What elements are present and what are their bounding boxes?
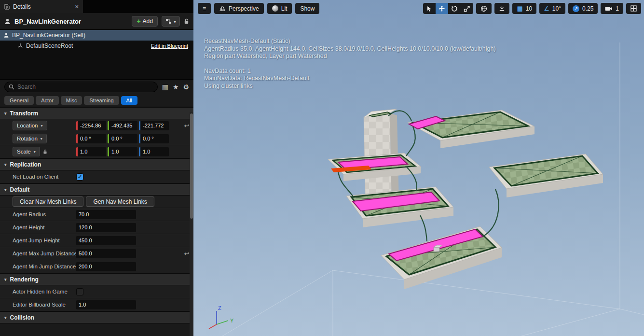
add-component-button[interactable]: + Add <box>132 16 158 27</box>
agent-jump-height-field[interactable]: 450.0 <box>76 236 136 245</box>
camera-speed-button[interactable]: 1 <box>601 3 623 14</box>
select-tool-button[interactable] <box>423 3 436 14</box>
rotation-x-field[interactable]: 0.0 ° <box>76 134 106 143</box>
search-input[interactable] <box>17 84 153 90</box>
grid-snap-button[interactable]: ▦ 10 <box>512 3 536 14</box>
details-header: BP_NavLinkGenerator + Add ▾ <box>0 13 193 30</box>
viewport-menu-button[interactable]: ≡ <box>198 3 211 14</box>
grid-view-icon[interactable]: ▦ <box>162 84 168 90</box>
filter-general[interactable]: General <box>4 96 34 105</box>
close-icon[interactable]: × <box>75 3 79 10</box>
reset-location-button[interactable]: ↩ <box>184 122 190 129</box>
component-options-button[interactable]: ▾ <box>162 16 180 27</box>
platform-middle[interactable] <box>346 187 453 227</box>
agent-min-jump-distance-row: Agent Min Jump Distance 200.0 <box>0 260 193 273</box>
section-replication[interactable]: ▾ Replication <box>0 158 193 170</box>
clear-nav-mesh-links-button[interactable]: Clear Nav Mesh Links <box>13 196 83 207</box>
search-icon <box>9 84 14 90</box>
angle-snap-value: 10° <box>552 5 561 12</box>
blueprint-actor-icon <box>3 32 9 38</box>
scale-lock-icon[interactable] <box>43 149 47 154</box>
platform-top-right[interactable] <box>408 110 534 148</box>
rotation-z-field[interactable]: 0.0 ° <box>139 134 169 143</box>
chevron-down-icon: ▾ <box>174 19 176 24</box>
surface-snap-button[interactable] <box>494 3 509 14</box>
filter-all[interactable]: All <box>121 96 137 105</box>
camera-speed-value: 1 <box>616 5 619 12</box>
maximize-viewport-button[interactable] <box>626 3 641 14</box>
net-load-checkbox[interactable]: ✓ <box>76 173 83 181</box>
move-tool-button[interactable] <box>436 3 448 14</box>
actor-hidden-checkbox[interactable]: ✓ <box>76 288 83 295</box>
scale-y-field[interactable]: 1.0 <box>108 147 137 156</box>
viewport[interactable]: ≡ Perspective Lit Show <box>193 0 644 336</box>
lock-icon[interactable] <box>184 18 189 25</box>
rotate-tool-button[interactable] <box>448 3 461 14</box>
scale-tool-button[interactable] <box>461 3 473 14</box>
show-flags-button[interactable]: Show <box>295 3 319 14</box>
scrollbar-thumb[interactable] <box>190 113 193 219</box>
section-default-title: Default <box>10 186 30 193</box>
collapse-arrow-icon: ▾ <box>4 162 7 167</box>
tree-row-scene-root[interactable]: DefaultSceneRoot Edit in Blueprint <box>0 41 193 51</box>
tree-row-root[interactable]: BP_NavLinkGenerator (Self) <box>0 30 193 41</box>
agent-height-field[interactable]: 120.0 <box>76 223 136 232</box>
agent-min-jump-distance-field[interactable]: 200.0 <box>76 262 136 271</box>
location-dropdown[interactable]: Location ▾ <box>13 121 47 130</box>
scale-snap-button[interactable]: ↗ 0.25 <box>568 3 598 14</box>
gen-nav-mesh-links-button[interactable]: Gen Nav Mesh Links <box>86 196 154 207</box>
chevron-down-icon: ▾ <box>34 150 36 154</box>
filter-actor[interactable]: Actor <box>36 96 59 105</box>
section-transform[interactable]: ▾ Transform <box>0 107 193 119</box>
stats-line: MainNavData: RecastNavMesh-Default <box>204 75 496 83</box>
surface-snap-icon <box>499 5 505 12</box>
agent-radius-field[interactable]: 70.0 <box>76 210 136 219</box>
collapse-arrow-icon: ▾ <box>4 111 7 116</box>
favorites-star-icon[interactable]: ★ <box>173 84 179 90</box>
globe-icon <box>480 5 487 12</box>
lit-mode-button[interactable]: Lit <box>267 3 292 14</box>
location-z-field[interactable]: -221.772 <box>139 121 169 130</box>
reset-max-jump-button[interactable]: ↩ <box>184 250 190 257</box>
navlink-buttons-row: Clear Nav Mesh Links Gen Nav Mesh Links <box>0 196 193 208</box>
angle-snap-button[interactable]: ∠ 10° <box>539 3 565 14</box>
location-label: Location <box>17 123 38 128</box>
collapse-arrow-icon: ▾ <box>4 315 7 320</box>
world-local-toggle-button[interactable] <box>476 3 492 14</box>
scale-dropdown[interactable]: Scale ▾ <box>13 147 40 156</box>
section-replication-title: Replication <box>10 161 41 168</box>
details-scrollbar[interactable] <box>190 112 193 336</box>
settings-gear-icon[interactable]: ⚙ <box>183 84 189 90</box>
scale-z-field[interactable]: 1.0 <box>139 147 169 156</box>
rotation-y-field[interactable]: 0.0 ° <box>108 134 137 143</box>
agent-min-jump-distance-label: Agent Min Jump Distance <box>0 264 76 269</box>
property-grid: ▾ Transform Location ▾ -2254.86 -492.435… <box>0 107 193 336</box>
agent-radius-label: Agent Radius <box>0 211 76 217</box>
filter-streaming[interactable]: Streaming <box>84 96 119 105</box>
location-y-field[interactable]: -492.435 <box>108 121 137 130</box>
actor-hidden-label: Actor Hidden In Game <box>0 289 76 294</box>
filter-misc[interactable]: Misc <box>61 96 82 105</box>
section-collision[interactable]: ▾ Collision <box>0 311 193 323</box>
scale-x-field[interactable]: 1.0 <box>76 147 106 156</box>
agent-max-jump-distance-field[interactable]: 500.0 <box>76 249 136 258</box>
details-tab-label: Details <box>13 3 31 10</box>
perspective-button[interactable]: Perspective <box>214 3 264 14</box>
x-axis-line <box>209 324 217 329</box>
scale-label: Scale <box>17 149 31 154</box>
section-rendering[interactable]: ▾ Rendering <box>0 273 193 285</box>
tab-details[interactable]: Details × <box>0 0 83 13</box>
scale-row: Scale ▾ 1.0 1.0 1.0 <box>0 145 193 158</box>
location-x-field[interactable]: -2254.86 <box>76 121 106 130</box>
scene-root-label: DefaultSceneRoot <box>26 42 73 49</box>
billboard-scale-field[interactable]: 1.0 <box>76 300 136 309</box>
platform-right[interactable] <box>489 154 603 197</box>
rotation-dropdown[interactable]: Rotation ▾ <box>13 134 47 143</box>
edit-in-blueprint-link[interactable]: Edit in Blueprint <box>151 43 190 49</box>
section-collision-title: Collision <box>10 314 35 321</box>
actor-hidden-row: Actor Hidden In Game ✓ <box>0 285 193 298</box>
section-default[interactable]: ▾ Default <box>0 183 193 196</box>
search-box[interactable] <box>4 82 158 92</box>
details-tab-bar: Details × <box>0 0 193 13</box>
rotate-icon <box>451 5 458 12</box>
